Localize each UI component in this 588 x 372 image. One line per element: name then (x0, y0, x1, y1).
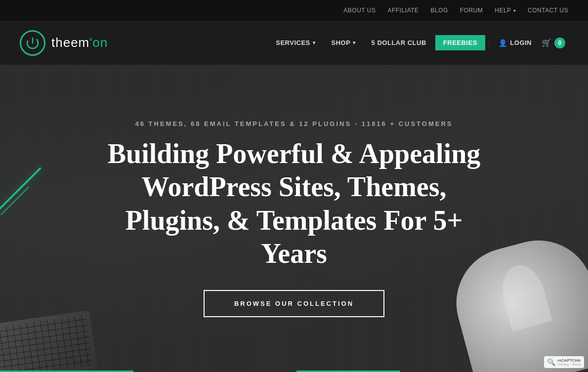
nav-shop[interactable]: SHOP ▾ (324, 35, 362, 50)
browse-collection-button[interactable]: BROWSE OUR COLLECTION (204, 290, 384, 317)
topbar-forum[interactable]: FORUM (460, 7, 483, 14)
topbar-about-us[interactable]: ABOUT US (343, 7, 376, 14)
recaptcha-badge: 🔍 reCAPTCHA Privacy · Terms (544, 356, 584, 368)
nav-freebies[interactable]: FREEBIES (435, 35, 485, 50)
logo[interactable]: theem'on (20, 30, 108, 56)
topbar-contact-us[interactable]: CONTACT US (528, 7, 568, 14)
cart-badge: 0 (554, 38, 565, 48)
shop-arrow: ▾ (353, 40, 356, 45)
power-icon (26, 36, 40, 50)
topbar-help[interactable]: HELP ▾ (495, 7, 516, 14)
nav-divider (489, 38, 490, 48)
help-dropdown-arrow: ▾ (513, 8, 516, 13)
hero-subtitle: 46 THEMES, 68 EMAIL TEMPLATES & 12 PLUGI… (91, 120, 497, 127)
topbar-affiliate[interactable]: AFFILIATE (387, 7, 419, 14)
main-nav: theem'on SERVICES ▾ SHOP ▾ 5 DOLLAR CLUB… (0, 21, 588, 65)
cart-button[interactable]: 🛒 0 (539, 34, 568, 52)
services-arrow: ▾ (313, 40, 316, 45)
hero-section: 46 THEMES, 68 EMAIL TEMPLATES & 12 PLUGI… (0, 65, 588, 372)
login-button[interactable]: 👤 LOGIN (494, 35, 537, 51)
nav-five-dollar-club[interactable]: 5 DOLLAR CLUB (365, 35, 433, 50)
logo-text: theem'on (51, 35, 108, 50)
user-icon: 👤 (499, 39, 507, 47)
nav-services[interactable]: SERVICES ▾ (269, 35, 322, 50)
logo-icon (20, 30, 45, 56)
nav-links: SERVICES ▾ SHOP ▾ 5 DOLLAR CLUB FREEBIES… (269, 34, 568, 52)
topbar-blog[interactable]: BLOG (430, 7, 448, 14)
recaptcha-logo: 🔍 (547, 358, 555, 366)
hero-content: 46 THEMES, 68 EMAIL TEMPLATES & 12 PLUGI… (72, 120, 516, 317)
cart-icon: 🛒 (542, 38, 551, 47)
hero-title: Building Powerful & Appealing WordPress … (91, 137, 497, 270)
top-bar: ABOUT US AFFILIATE BLOG FORUM HELP ▾ CON… (0, 0, 588, 21)
